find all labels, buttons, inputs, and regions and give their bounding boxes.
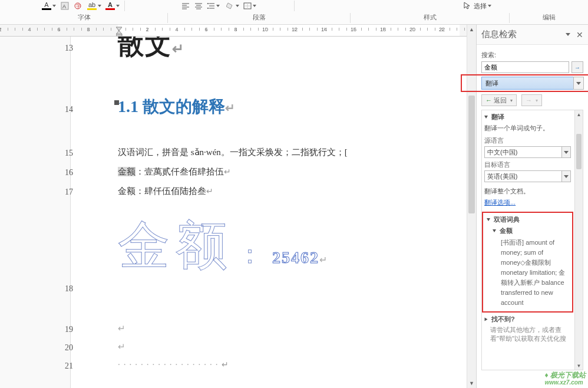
section-heading: 1.1 散文的解释↵ [118, 96, 235, 118]
wordart-text[interactable]: 金额：25462↵ [118, 211, 333, 281]
line-number: 20 [65, 343, 77, 353]
scroll-down-icon[interactable]: ▼ [575, 361, 583, 370]
line-number: 14 [65, 105, 77, 114]
separator [294, 1, 295, 11]
dict-definition: [书面语] amount of money; sum of money◇金额限制… [501, 238, 569, 308]
line-number: 13 [65, 44, 77, 53]
document-vertical-scrollbar[interactable]: ▲ ▼ [467, 25, 476, 388]
line-spacing-icon[interactable] [206, 1, 221, 11]
body-text-with-selection: 金额：壹萬贰仟叁佰肆拾伍↵ [118, 166, 231, 177]
pane-menu-icon[interactable] [566, 33, 570, 36]
select-label[interactable]: 选择 [474, 2, 487, 11]
align-center-icon[interactable] [193, 1, 204, 11]
pane-title: 信息检索 [481, 29, 566, 40]
search-label: 搜索: [481, 51, 583, 60]
not-found-text: 请尝试其他地方，或者查看"帮助"以获取有关优化搜 [490, 325, 571, 343]
scrollbar-thumb[interactable] [468, 96, 475, 213]
document-area[interactable]: 13 14 15 16 17 18 19 20 21 散文↵ 1.1 散文的解释… [0, 37, 467, 388]
group-paragraph: 段落 [168, 12, 351, 24]
dict-entry-word: 金额 [493, 226, 569, 235]
enclose-char-icon[interactable]: 字 [72, 1, 83, 11]
not-found-header[interactable]: 找不到? [484, 315, 571, 324]
char-shading-icon[interactable]: A [60, 1, 70, 11]
svg-text:A: A [62, 4, 66, 9]
body-text: 金额：肆仟伍佰陆拾叁↵ [118, 186, 213, 197]
font-color-a-icon[interactable]: A [41, 1, 57, 11]
line-number: 15 [65, 149, 77, 158]
back-button[interactable]: ←返回▾ [481, 94, 517, 106]
source-language-label: 源语言 [484, 136, 571, 145]
selected-text[interactable]: 金额 [118, 167, 136, 176]
font-color-icon[interactable]: A [105, 1, 121, 11]
indent-marker[interactable] [116, 25, 123, 37]
service-dropdown-icon[interactable] [573, 77, 584, 90]
forward-button[interactable]: →▾ [521, 94, 542, 106]
dots-line: ··················↵ [118, 360, 229, 370]
separator [124, 1, 125, 11]
translation-options-link[interactable]: 翻译选项... [484, 198, 571, 207]
scroll-up-icon[interactable]: ▲ [575, 110, 583, 119]
translate-doc-text: 翻译整个文档。 [484, 187, 571, 196]
line-number: 21 [65, 361, 77, 371]
body-text: 汉语词汇，拼音是 sǎn·wén。一指文采焕发；二指犹行文；[ [118, 147, 348, 158]
target-language-label: 目标语言 [484, 160, 571, 169]
svg-marker-18 [116, 27, 122, 31]
scrollbar-thumb[interactable] [576, 134, 582, 169]
horizontal-ruler[interactable]: 8642246810121416182022242628 [0, 25, 476, 37]
scroll-up-icon[interactable]: ▲ [467, 25, 476, 34]
select-icon[interactable] [462, 1, 473, 11]
translate-section-header[interactable]: 翻译 [484, 113, 571, 121]
align-left-icon[interactable] [180, 1, 191, 11]
bilingual-dict-header[interactable]: 双语词典 [487, 215, 569, 224]
ribbon-group-labels: 字体 段落 样式 编辑 [0, 12, 588, 25]
source-language-select[interactable]: 中文(中国) [484, 146, 571, 158]
search-go-button[interactable]: → [572, 61, 583, 73]
scroll-down-icon[interactable]: ▼ [467, 379, 476, 388]
line-number: 18 [65, 284, 77, 294]
paragraph-mark: ↵ [118, 341, 125, 352]
group-styles: 样式 [351, 12, 510, 24]
results-scrollbar[interactable]: ▲ ▼ [574, 110, 583, 370]
target-language-select[interactable]: 英语(美国) [484, 170, 571, 182]
paragraph-mark: ↵ [118, 323, 125, 334]
results-panel: ▲ ▼ 翻译 翻译一个单词或句子。 源语言 中文(中国) 目标语言 英语(美国)… [481, 110, 583, 370]
shading-icon[interactable] [226, 1, 240, 11]
group-editing: 编辑 [510, 12, 588, 24]
svg-rect-20 [116, 34, 122, 36]
heading-fragment: 散文↵ [118, 37, 185, 63]
pane-header: 信息检索 ✕ [477, 25, 588, 45]
group-font: 字体 [0, 12, 168, 24]
translate-description: 翻译一个单词或句子。 [484, 124, 571, 133]
svg-marker-19 [116, 31, 122, 34]
highlight-icon[interactable]: ab [87, 1, 103, 11]
line-number: 16 [65, 168, 77, 177]
close-icon[interactable]: ✕ [576, 30, 583, 40]
page[interactable]: 13 14 15 16 17 18 19 20 21 散文↵ 1.1 散文的解释… [71, 37, 467, 388]
line-number: 17 [65, 188, 77, 197]
borders-icon[interactable] [243, 1, 257, 11]
research-pane: 信息检索 ✕ 搜索: → 翻译 ←返回▾ →▾ ▲ ▼ 翻译 [476, 25, 588, 388]
ribbon-icon-row: A A 字 ab A 选择 [0, 0, 588, 12]
search-input[interactable] [481, 61, 569, 73]
service-selector[interactable]: 翻译 [481, 77, 583, 90]
line-number: 19 [65, 325, 77, 334]
svg-text:字: 字 [76, 4, 81, 9]
